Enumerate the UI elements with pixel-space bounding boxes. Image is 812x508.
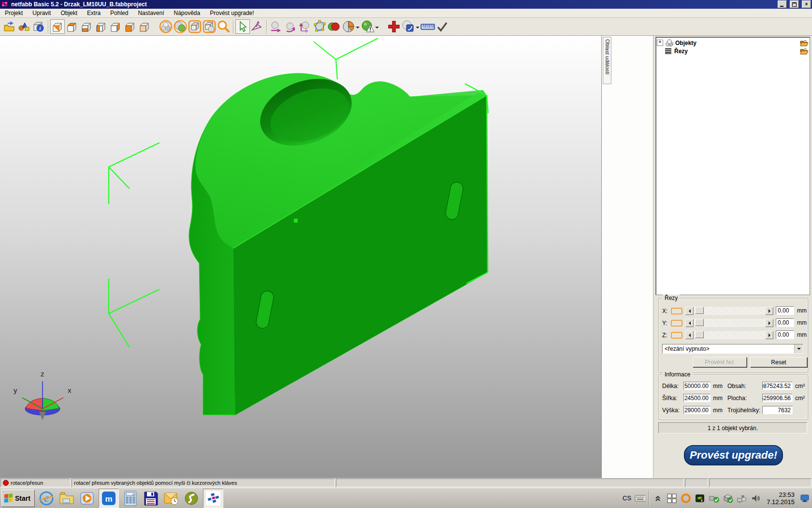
menu-provest-upgrade[interactable]: Provést upgrade! <box>205 9 259 17</box>
view-front-icon[interactable] <box>94 19 108 34</box>
sync-box-tray-icon[interactable] <box>723 493 733 504</box>
speaker-tray-icon[interactable] <box>751 493 761 504</box>
file-explorer-icon[interactable] <box>58 490 75 507</box>
netfabb-taskbar-icon[interactable] <box>203 489 223 508</box>
scroll-right-icon[interactable] <box>765 319 773 327</box>
cut-y-scrollbar[interactable] <box>685 319 773 327</box>
view-bottom-icon[interactable] <box>79 19 94 34</box>
expand-icon[interactable]: + <box>657 40 663 46</box>
outlook-icon[interactable] <box>162 490 180 507</box>
save-floppy-icon[interactable] <box>142 490 160 507</box>
measure-icon[interactable] <box>420 19 435 34</box>
volume-value-field[interactable]: 0875243.52 <box>762 382 793 390</box>
show-parts-icon[interactable] <box>159 19 173 34</box>
menu-extra[interactable]: Extra <box>82 9 105 17</box>
part-sections-dropdown-icon[interactable] <box>356 27 360 30</box>
scroll-right-icon[interactable] <box>765 331 773 339</box>
scrollbar-thumb[interactable] <box>695 307 704 314</box>
part-sections-icon[interactable] <box>341 19 356 34</box>
edit-mesh-icon[interactable] <box>312 19 327 34</box>
close-button[interactable]: × <box>802 0 811 8</box>
cut-z-value-field[interactable]: 0.00 <box>776 330 794 339</box>
validate-icon[interactable] <box>435 19 450 34</box>
part-analysis-dropdown-icon[interactable] <box>375 27 379 30</box>
maximize-button[interactable] <box>790 0 799 8</box>
scrollbar-thumb[interactable] <box>695 331 704 338</box>
media-player-icon[interactable] <box>78 490 96 507</box>
scroll-right-icon[interactable] <box>765 307 773 315</box>
view-default-icon[interactable] <box>50 19 65 34</box>
cut-part-icon[interactable] <box>401 19 416 34</box>
rotate-part-icon[interactable] <box>283 19 298 34</box>
part-analysis-icon[interactable] <box>361 19 375 34</box>
menu-projekt[interactable]: Projekt <box>0 9 28 17</box>
network-tray-icon[interactable] <box>737 493 747 504</box>
tree-item-rezy[interactable]: Řezy <box>657 47 809 55</box>
tree-item-objekty[interactable]: + Objekty <box>657 39 809 47</box>
minimize-button[interactable] <box>778 0 787 8</box>
usb-device-tray-icon[interactable] <box>709 493 719 504</box>
width-value-field[interactable]: 24500.00 <box>683 394 710 402</box>
move-part-icon[interactable] <box>269 19 283 34</box>
project-info-icon[interactable]: i <box>31 19 46 34</box>
show-desktop-icon[interactable] <box>800 492 810 505</box>
upgrade-button[interactable]: Provést upgrade! <box>684 445 783 465</box>
view-back-icon[interactable] <box>108 19 123 34</box>
repair-part-icon[interactable] <box>387 19 401 34</box>
select-tool-icon[interactable] <box>235 19 250 34</box>
scale-part-icon[interactable] <box>298 19 312 34</box>
show-colored-icon[interactable] <box>173 19 188 34</box>
keyboard-icon[interactable] <box>635 493 645 504</box>
spybot-icon[interactable] <box>183 490 200 507</box>
viewport-3d[interactable]: z y x <box>0 36 602 478</box>
menu-pohled[interactable]: Pohled <box>105 9 133 17</box>
cut-z-scrollbar[interactable] <box>685 331 773 339</box>
menu-nastaveni[interactable]: Nastavení <box>133 9 169 17</box>
windows-tray-icon[interactable] <box>667 493 677 504</box>
cut-x-toggle-button[interactable] <box>671 308 682 314</box>
length-value-field[interactable]: 50000.00 <box>683 382 710 390</box>
menu-napoveda[interactable]: Nápověda <box>169 9 205 17</box>
cut-mode-dropdown[interactable]: <řezání vypnuto> <box>662 344 803 354</box>
view-left-icon[interactable] <box>123 19 137 34</box>
triangles-value-field[interactable]: 7632 <box>762 406 793 414</box>
maxthon-browser-icon[interactable]: m <box>99 489 119 508</box>
clock[interactable]: 23:53 7.12.2015 <box>765 491 797 506</box>
add-parts-icon[interactable] <box>17 19 31 34</box>
zoom-icon[interactable] <box>217 19 231 34</box>
events-panel-tab[interactable]: Oblast událostí <box>603 37 611 84</box>
reset-button[interactable]: Reset <box>750 357 807 367</box>
cut-y-toggle-button[interactable] <box>671 320 682 327</box>
language-indicator[interactable]: CS <box>623 494 631 502</box>
area-value-field[interactable]: 6259906.56 <box>762 394 793 402</box>
calculator-icon[interactable]: 0 <box>122 490 139 507</box>
part-in-box-icon[interactable] <box>202 19 217 34</box>
cut-y-value-field[interactable]: 0.00 <box>776 318 794 327</box>
cut-x-value-field[interactable]: 0.00 <box>776 306 794 315</box>
open-folder-icon[interactable] <box>800 48 809 55</box>
bounding-box-icon[interactable] <box>188 19 202 34</box>
measure-angle-icon[interactable] <box>250 19 264 34</box>
menu-upravit[interactable]: Upravit <box>28 9 56 17</box>
nvidia-tray-icon[interactable] <box>695 493 705 504</box>
execute-cut-button[interactable]: Provést řez <box>693 357 747 367</box>
cut-part-dropdown-icon[interactable] <box>416 27 420 30</box>
cut-x-scrollbar[interactable] <box>685 307 773 315</box>
scrollbar-thumb[interactable] <box>695 319 704 326</box>
cut-z-toggle-button[interactable] <box>671 332 682 339</box>
tray-expand-chevron-icon[interactable] <box>652 493 663 504</box>
scroll-left-icon[interactable] <box>685 331 694 339</box>
height-value-field[interactable]: 29000.00 <box>683 406 710 414</box>
open-folder-icon[interactable] <box>800 40 809 46</box>
view-top-icon[interactable] <box>65 19 79 34</box>
open-file-icon[interactable] <box>2 19 17 34</box>
view-right-icon[interactable] <box>137 19 152 34</box>
comodo-tray-icon[interactable] <box>681 493 691 504</box>
scroll-left-icon[interactable] <box>685 307 694 315</box>
chevron-down-icon[interactable] <box>794 344 803 353</box>
compare-parts-icon[interactable] <box>327 19 341 34</box>
scroll-left-icon[interactable] <box>685 319 694 327</box>
internet-explorer-icon[interactable]: e <box>38 490 55 507</box>
menu-objekt[interactable]: Objekt <box>56 9 82 17</box>
start-button[interactable]: Start <box>1 490 35 507</box>
